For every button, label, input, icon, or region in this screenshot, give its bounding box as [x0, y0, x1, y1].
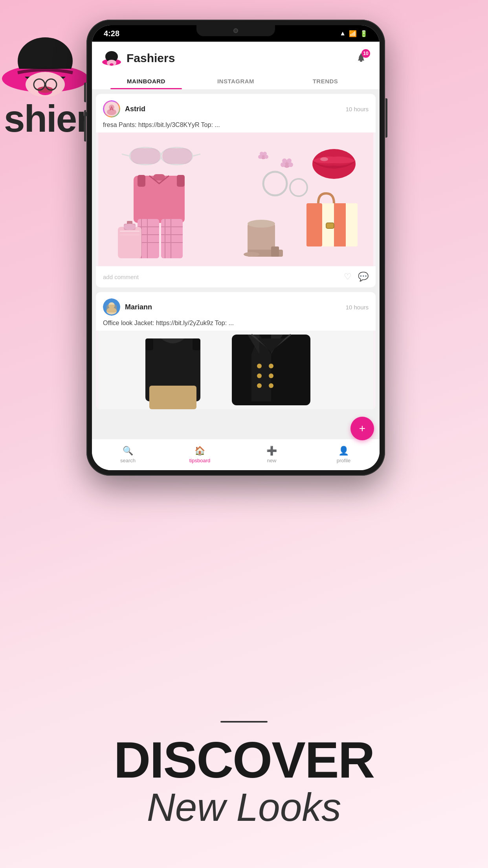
svg-rect-81	[145, 338, 153, 350]
add-comment-text[interactable]: add comment	[103, 274, 139, 280]
avatar	[103, 298, 120, 316]
post-username: Astrid	[125, 105, 145, 113]
svg-rect-65	[306, 203, 322, 246]
signal-icon: 📶	[349, 30, 357, 37]
svg-rect-72	[271, 246, 279, 257]
post-actions: add comment ♡ 💬	[96, 266, 376, 287]
notification-button[interactable]: 10	[352, 49, 370, 67]
post-card: A Astrid 10 hours fresa Pants: https://b…	[96, 94, 376, 287]
fashion-collage-2	[96, 331, 376, 409]
svg-point-74	[244, 252, 259, 257]
home-nav-icon: 🏠	[194, 446, 205, 456]
phone-side-btn	[84, 110, 86, 142]
svg-point-86	[269, 373, 273, 378]
app-header: Fashiers 10 MAINBOARD INSTAGRAM	[92, 42, 380, 89]
post-image	[96, 331, 376, 409]
post-header: A Astrid 10 hours	[96, 94, 376, 121]
phone-side-btn	[84, 83, 86, 102]
nav-item-profile[interactable]: 👤 profile	[308, 446, 380, 463]
phone-power-btn	[385, 98, 387, 138]
svg-rect-13	[360, 61, 362, 62]
svg-rect-83	[149, 386, 196, 409]
svg-point-73	[248, 220, 275, 228]
like-icon[interactable]: ♡	[344, 272, 352, 282]
comment-icon[interactable]: 💬	[358, 272, 369, 282]
post-caption: Office look Jacket: https://bit.ly/2yZuk…	[96, 320, 376, 331]
svg-point-52	[281, 162, 285, 167]
bottom-section: DISCOVER New Looks	[0, 721, 488, 829]
tab-trends[interactable]: TRENDS	[281, 74, 370, 89]
svg-rect-63	[120, 235, 139, 235]
app-brand: Fashiers	[101, 48, 175, 68]
astrid-avatar-img: A	[103, 100, 120, 118]
phone-camera	[233, 28, 238, 33]
svg-rect-78	[106, 305, 117, 313]
app-tabs: MAINBOARD INSTAGRAM TRENDS	[101, 74, 370, 89]
action-icons: ♡ 💬	[344, 272, 369, 282]
svg-point-47	[258, 155, 262, 159]
svg-rect-82	[193, 338, 200, 350]
status-time: 4:28	[104, 29, 119, 38]
post-image	[96, 132, 376, 266]
mariann-avatar-img	[103, 298, 120, 316]
svg-rect-27	[162, 148, 192, 164]
post-time: 10 hours	[346, 106, 369, 112]
svg-point-88	[257, 364, 262, 368]
svg-point-89	[257, 373, 262, 378]
svg-rect-68	[346, 203, 358, 246]
nav-item-tipsboard[interactable]: 🏠 tipsboard	[164, 446, 236, 463]
nav-item-search[interactable]: 🔍 search	[92, 446, 164, 463]
status-icons-right: ▲ 📶 🔋	[339, 30, 368, 37]
svg-rect-69	[326, 223, 334, 228]
post-time: 10 hours	[346, 304, 369, 311]
post-header: Mariann 10 hours	[96, 292, 376, 320]
logo-hat-icon	[0, 24, 90, 102]
post-user: A Astrid	[103, 100, 145, 118]
svg-text:A: A	[110, 105, 114, 112]
svg-point-61	[124, 224, 136, 230]
svg-point-48	[264, 155, 268, 159]
app-logo-icon	[101, 48, 122, 68]
svg-point-57	[320, 157, 328, 161]
bottom-nav: 🔍 search 🏠 tipsboard ➕ new 👤 profile	[92, 439, 380, 470]
profile-nav-icon: 👤	[338, 446, 349, 456]
svg-point-87	[269, 383, 273, 388]
svg-rect-30	[177, 175, 185, 187]
search-nav-icon: 🔍	[123, 446, 133, 456]
svg-point-90	[257, 383, 262, 388]
svg-point-56	[312, 149, 356, 179]
svg-rect-62	[120, 231, 139, 232]
avatar: A	[103, 100, 120, 118]
divider-line	[220, 721, 268, 723]
wifi-icon: ▲	[339, 30, 346, 37]
fab-plus-icon: +	[359, 423, 365, 434]
svg-point-53	[288, 162, 293, 167]
post-user: Mariann	[103, 298, 152, 316]
post-caption: fresa Pants: https://bit.ly/3C8KYyR Top:…	[96, 121, 376, 132]
tab-instagram[interactable]: INSTAGRAM	[191, 74, 281, 89]
app-title: Fashiers	[127, 51, 175, 65]
fashion-collage-1	[96, 132, 376, 266]
svg-point-85	[269, 364, 273, 368]
search-nav-label: search	[120, 458, 136, 463]
phone-notch	[196, 25, 275, 36]
post-card: Mariann 10 hours Office look Jacket: htt…	[96, 292, 376, 409]
svg-rect-26	[130, 148, 160, 164]
svg-rect-67	[334, 203, 346, 246]
svg-rect-31	[153, 174, 165, 180]
discover-title: DISCOVER	[0, 734, 488, 785]
nav-item-new[interactable]: ➕ new	[236, 446, 308, 463]
svg-rect-33	[161, 219, 183, 258]
tab-mainboard[interactable]: MAINBOARD	[101, 74, 191, 89]
battery-icon: 🔋	[360, 30, 368, 37]
new-nav-label: new	[267, 458, 277, 463]
phone-mockup: 4:28 ✉ ⚙ ▲ ▲ 📶 🔋	[86, 20, 385, 476]
discover-subtitle: New Looks	[0, 785, 488, 829]
post-username: Mariann	[125, 303, 152, 311]
svg-point-12	[110, 63, 114, 66]
profile-nav-label: profile	[337, 458, 350, 463]
fab-button[interactable]: +	[350, 417, 374, 440]
tipsboard-nav-label: tipsboard	[189, 458, 210, 463]
notification-badge: 10	[361, 49, 370, 58]
app-content: A Astrid 10 hours fresa Pants: https://b…	[92, 89, 380, 439]
